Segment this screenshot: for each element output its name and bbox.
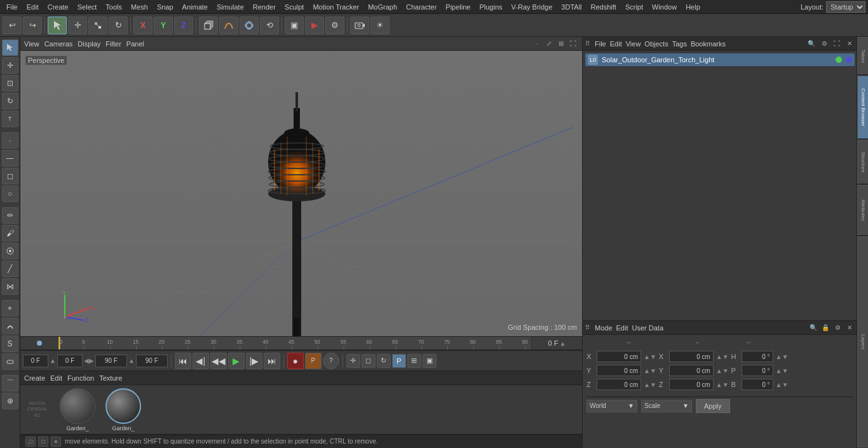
stitch-tool[interactable]: ⌒ — [2, 375, 18, 391]
tab-layers[interactable]: Layers — [857, 236, 868, 447]
frame-arrows[interactable]: ▲ — [560, 340, 566, 347]
auto-key-btn[interactable]: P — [305, 353, 322, 369]
jump-end-btn[interactable]: ⏭ — [264, 353, 280, 369]
prev-frame-arrows[interactable]: ◀▶ — [84, 357, 94, 364]
viewport-3d[interactable]: Perspective Grid Spacing : 100 cm X Y — [20, 51, 582, 336]
om-menu-objects[interactable]: Objects — [644, 40, 668, 48]
viewport-ctrl-grid[interactable]: ⊞ — [556, 39, 566, 49]
motion-btn[interactable]: P — [392, 354, 406, 368]
status-icon-2[interactable]: □ — [38, 437, 48, 447]
status-icon-1[interactable]: 🎥 — [25, 437, 36, 447]
cameras-menu[interactable]: Cameras — [44, 40, 73, 48]
om-menu-edit[interactable]: Edit — [610, 40, 622, 48]
menu-edit[interactable]: Edit — [23, 2, 43, 12]
polygon-mode[interactable]: ◻ — [2, 168, 18, 184]
scale-button[interactable] — [88, 17, 107, 34]
menu-file[interactable]: File — [3, 2, 22, 12]
scale-tool[interactable]: ⊡ — [2, 75, 18, 92]
b-arrow[interactable]: ▲▼ — [776, 381, 789, 388]
attr-search-icon[interactable]: 🔍 — [808, 323, 818, 333]
knife-tool[interactable]: ╱ — [2, 261, 18, 277]
h-arrow[interactable]: ▲▼ — [776, 353, 789, 360]
panel-menu[interactable]: Panel — [126, 40, 144, 48]
attr-menu-mode[interactable]: Mode — [595, 324, 613, 332]
menu-mograph[interactable]: MoGraph — [364, 2, 401, 12]
key-btn[interactable]: ◻ — [362, 354, 376, 368]
object-cube-button[interactable] — [199, 17, 218, 34]
points-mode[interactable]: · — [2, 132, 18, 149]
view-menu[interactable]: View — [24, 40, 39, 48]
loop-btn[interactable]: ↻ — [377, 354, 391, 368]
spline-button[interactable] — [219, 17, 238, 34]
smooth-tool[interactable] — [2, 318, 18, 334]
status-icon-3[interactable]: × — [51, 437, 61, 447]
camera-button[interactable] — [350, 17, 369, 34]
pointer-tool[interactable] — [2, 39, 18, 56]
frame-up-btn[interactable]: ▲ — [50, 357, 56, 364]
render-region-button[interactable]: ▣ — [285, 17, 304, 34]
render-settings-button[interactable]: ⚙ — [325, 17, 344, 34]
material-item-1[interactable]: Garden_ — [58, 388, 97, 431]
undo-button[interactable]: ↩ — [3, 17, 22, 34]
transform-tool[interactable]: T — [2, 111, 18, 127]
display-menu[interactable]: Display — [78, 40, 100, 48]
current-frame-field[interactable]: 0 F — [23, 355, 48, 367]
step-fwd-btn[interactable]: |▶ — [246, 353, 262, 369]
object-row[interactable]: L0 Solar_Outdoor_Garden_Torch_Light — [585, 53, 855, 66]
material-item-2[interactable]: Garden_ — [104, 388, 142, 431]
ironing-tool[interactable] — [2, 353, 18, 370]
play-btn[interactable]: ▶ — [228, 353, 245, 369]
menu-character[interactable]: Character — [402, 2, 440, 12]
tab-structure[interactable]: Structure — [857, 140, 868, 184]
mat-menu-function[interactable]: Function — [67, 374, 94, 382]
step-back-btn[interactable]: ◀| — [193, 353, 209, 369]
render-button[interactable]: ▶ — [305, 17, 324, 34]
b-input[interactable]: 0 ° — [742, 379, 773, 390]
menu-tools[interactable]: Tools — [102, 2, 126, 12]
prev-frame-field[interactable]: 0 F — [57, 355, 83, 367]
pen-tool[interactable]: ✏ — [2, 207, 18, 224]
mat-menu-texture[interactable]: Texture — [99, 374, 122, 382]
visibility-dot-render[interactable] — [846, 57, 852, 63]
menu-help[interactable]: Help — [682, 2, 704, 12]
menu-3dtall[interactable]: 3DTAll — [557, 2, 585, 12]
om-search-icon[interactable]: 🔍 — [806, 39, 817, 49]
render-preview-btn[interactable]: ▣ — [423, 354, 437, 368]
viewport-ctrl-expand[interactable]: ⛶ — [568, 39, 578, 49]
attr-close-icon[interactable]: ✕ — [844, 323, 855, 333]
object-mode[interactable]: ○ — [2, 186, 18, 202]
layout-select[interactable]: Startup — [826, 1, 865, 13]
snap-to-frame-btn[interactable]: ✛ — [346, 354, 360, 368]
tab-attributes[interactable]: Attributes — [857, 185, 868, 236]
filter-menu[interactable]: Filter — [105, 40, 121, 48]
world-select[interactable]: World ▼ — [587, 400, 637, 412]
menu-motion-tracker[interactable]: Motion Tracker — [309, 2, 363, 12]
x-rot-arrow[interactable]: ▲▼ — [716, 353, 729, 360]
play-reverse-btn[interactable]: ◀◀ — [210, 353, 227, 369]
p-arrow[interactable]: ▲▼ — [776, 367, 789, 374]
material-sphere-2[interactable] — [105, 388, 141, 424]
z-axis-button[interactable]: Z — [174, 17, 193, 34]
object-manager-content[interactable]: L0 Solar_Outdoor_Garden_Torch_Light — [583, 51, 857, 320]
record-btn[interactable]: ● — [287, 353, 304, 369]
menu-redshift[interactable]: Redshift — [587, 2, 620, 12]
menu-create[interactable]: Create — [44, 2, 72, 12]
move-tool[interactable]: ✛ — [2, 57, 18, 74]
attr-lock-icon[interactable]: 🔒 — [820, 323, 831, 333]
sculpt-tool[interactable] — [2, 243, 18, 259]
attr-menu-user-data[interactable]: User Data — [632, 324, 664, 332]
visibility-dot-editor[interactable] — [836, 57, 842, 63]
bridge-tool[interactable]: ⋈ — [2, 278, 18, 295]
om-menu-bookmarks[interactable]: Bookmarks — [691, 40, 726, 48]
menu-snap[interactable]: Snap — [153, 2, 177, 12]
rotate-button[interactable]: ↻ — [109, 17, 128, 34]
mesh-check-tool[interactable]: ⊕ — [2, 393, 18, 409]
om-menu-tags[interactable]: Tags — [672, 40, 687, 48]
menu-mesh[interactable]: Mesh — [127, 2, 152, 12]
menu-pipeline[interactable]: Pipeline — [442, 2, 474, 12]
menu-simulate[interactable]: Simulate — [213, 2, 248, 12]
help-btn[interactable]: ? — [323, 353, 339, 369]
viewport-ctrl-dot[interactable]: · — [532, 39, 542, 49]
y-rot-arrow[interactable]: ▲▼ — [716, 367, 729, 374]
om-expand-icon[interactable]: ⛶ — [832, 39, 842, 49]
